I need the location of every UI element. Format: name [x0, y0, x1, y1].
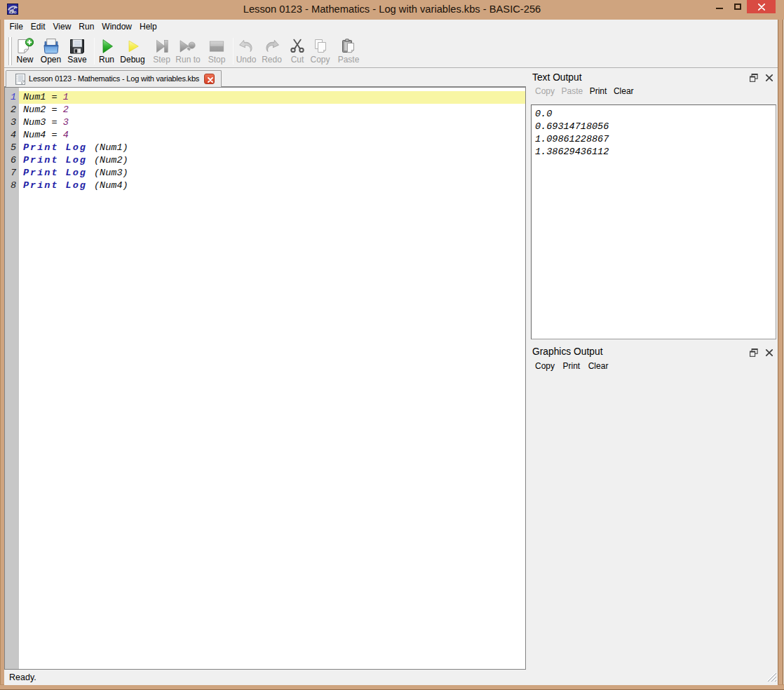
code-segment-keyword: Print Log [23, 155, 94, 165]
tab-bar: Lesson 0123 - Mathematics - Log with var… [4, 69, 526, 87]
tab-label: Lesson 0123 - Mathematics - Log with var… [29, 71, 199, 87]
code-segment-keyword: Print Log [23, 168, 94, 178]
paste-icon [340, 38, 357, 55]
code-segment-number: 4 [63, 130, 69, 140]
window-border-edge [783, 20, 783, 690]
menu-run[interactable]: Run [75, 20, 98, 34]
output-line: 1.38629436112 [535, 146, 776, 158]
run-to-icon [180, 38, 196, 55]
graphics-output-copy-button[interactable]: Copy [535, 361, 555, 371]
toolbar: NewOpenSaveRunDebugStepRun toStopUndoRed… [4, 34, 778, 68]
line-number: 6 [5, 154, 19, 167]
code-line-4[interactable]: Num4 = 4 [19, 129, 525, 142]
code-segment-plain: (Num2) [94, 155, 128, 165]
status-text: Ready. [9, 670, 36, 685]
line-number: 1 [5, 91, 19, 104]
graphics-output-print-button[interactable]: Print [563, 361, 581, 371]
window-border-bottom [0, 684, 784, 690]
menu-window[interactable]: Window [98, 20, 136, 34]
tab-close-button[interactable] [204, 74, 215, 84]
menu-help[interactable]: Help [136, 20, 161, 34]
line-number: 3 [5, 116, 19, 129]
minimize-button[interactable] [707, 0, 729, 13]
resize-grip[interactable] [766, 671, 776, 684]
menu-view[interactable]: View [49, 20, 75, 34]
line-number: 5 [5, 142, 19, 154]
maximize-button[interactable] [729, 0, 745, 13]
code-segment-keyword: Print Log [23, 142, 94, 153]
document-icon [15, 74, 26, 88]
text-output-paste-button[interactable]: Paste [562, 86, 583, 96]
graphics-output-title: Graphics Output [532, 346, 602, 357]
save-file-icon [69, 38, 86, 55]
code-line-1[interactable]: Num1 = 1 [19, 91, 525, 104]
text-output-toolbar: CopyPastePrintClear [535, 86, 640, 96]
code-segment-plain: Num1 = [23, 92, 63, 102]
window-title: Lesson 0123 - Mathematics - Log with var… [0, 0, 784, 20]
graphics-output-toolbar: CopyPrintClear [535, 361, 616, 371]
close-panel-icon[interactable] [765, 347, 773, 356]
code-segment-number: 2 [63, 104, 69, 115]
code-line-3[interactable]: Num3 = 3 [19, 116, 525, 129]
code-line-6[interactable]: Print Log (Num2) [19, 154, 525, 167]
code-area[interactable]: Num1 = 1Num2 = 2Num3 = 3Num4 = 4Print Lo… [19, 88, 525, 669]
window-border-right [778, 20, 784, 690]
text-output-print-button[interactable]: Print [590, 86, 607, 96]
minimize-icon [716, 8, 723, 9]
menu-edit[interactable]: Edit [27, 20, 49, 34]
code-segment-number: 3 [63, 117, 69, 128]
text-output-title: Text Output [532, 72, 582, 83]
basic256-window: Lesson 0123 - Mathematics - Log with var… [0, 0, 784, 690]
code-line-5[interactable]: Print Log (Num1) [19, 142, 525, 154]
line-number: 4 [5, 129, 19, 142]
float-panel-icon[interactable] [750, 72, 758, 81]
tab-current-file[interactable]: Lesson 0123 - Mathematics - Log with var… [6, 70, 222, 87]
text-output-box[interactable]: 0.00.693147180561.098612288671.386294361… [531, 104, 776, 339]
line-number-gutter: 12345678 [5, 88, 19, 669]
text-output-clear-button[interactable]: Clear [614, 86, 634, 96]
debug-icon [124, 38, 141, 55]
toolbar-button-label: Paste [327, 55, 370, 65]
code-line-7[interactable]: Print Log (Num3) [19, 167, 525, 180]
menu-file[interactable]: File [6, 20, 27, 34]
close-button[interactable] [747, 0, 776, 13]
dock-area: Text Output CopyPastePrintClear 0.00.693… [530, 69, 778, 670]
line-number: 2 [5, 104, 19, 116]
code-segment-plain: (Num4) [94, 180, 128, 191]
code-line-2[interactable]: Num2 = 2 [19, 104, 525, 116]
output-line: 1.09861228867 [535, 133, 776, 146]
text-output-copy-button[interactable]: Copy [535, 86, 555, 96]
paste-button[interactable]: Paste [327, 37, 370, 67]
code-segment-number: 1 [63, 92, 69, 102]
status-bar: Ready. [4, 670, 778, 685]
copy-icon [312, 38, 329, 55]
close-panel-icon[interactable] [765, 72, 773, 81]
code-line-8[interactable]: Print Log (Num4) [19, 180, 525, 192]
line-number: 7 [5, 167, 19, 180]
titlebar: Lesson 0123 - Mathematics - Log with var… [0, 0, 784, 20]
code-segment-plain: Num3 = [23, 117, 63, 128]
stop-icon [208, 38, 225, 55]
code-segment-plain: (Num1) [94, 142, 128, 153]
code-segment-plain: Num4 = [23, 130, 63, 140]
maximize-icon [734, 4, 741, 10]
line-number: 8 [5, 180, 19, 192]
code-segment-plain: (Num3) [94, 168, 128, 178]
code-segment-keyword: Print Log [23, 180, 94, 191]
graphics-output-clear-button[interactable]: Clear [588, 361, 609, 371]
float-panel-icon[interactable] [750, 347, 758, 356]
output-line: 0.69314718056 [535, 121, 776, 133]
menubar: FileEditViewRunWindowHelp [4, 20, 778, 34]
code-editor[interactable]: 12345678 Num1 = 1Num2 = 2Num3 = 3Num4 = … [4, 87, 526, 670]
code-segment-plain: Num2 = [23, 104, 63, 115]
output-line: 0.0 [535, 108, 776, 121]
